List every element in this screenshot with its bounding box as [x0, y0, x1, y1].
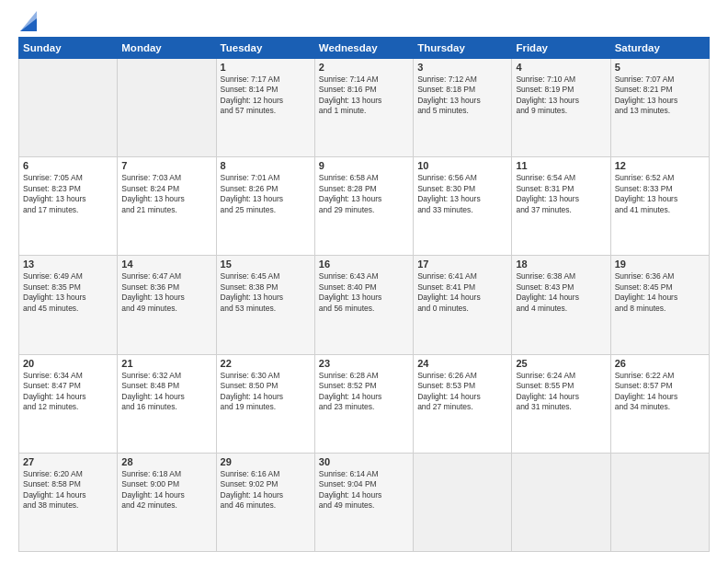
day-info: Sunrise: 6:32 AM Sunset: 8:48 PM Dayligh…: [121, 371, 211, 413]
day-number: 16: [319, 259, 409, 270]
logo-icon: [20, 11, 37, 31]
calendar-cell: 4Sunrise: 7:10 AM Sunset: 8:19 PM Daylig…: [512, 59, 610, 157]
calendar-cell: 7Sunrise: 7:03 AM Sunset: 8:24 PM Daylig…: [118, 157, 216, 256]
day-info: Sunrise: 6:28 AM Sunset: 8:52 PM Dayligh…: [319, 371, 409, 413]
day-number: 15: [221, 259, 311, 270]
logo: [18, 15, 37, 31]
day-number: 30: [319, 456, 409, 467]
calendar-cell: 15Sunrise: 6:45 AM Sunset: 8:38 PM Dayli…: [216, 256, 314, 354]
day-info: Sunrise: 6:49 AM Sunset: 8:35 PM Dayligh…: [23, 271, 113, 314]
day-info: Sunrise: 6:36 AM Sunset: 8:45 PM Dayligh…: [615, 271, 705, 314]
day-number: 11: [516, 160, 606, 171]
day-info: Sunrise: 6:38 AM Sunset: 8:43 PM Dayligh…: [516, 271, 606, 314]
calendar-cell: [512, 453, 610, 551]
calendar-cell: [118, 59, 216, 157]
calendar-week-row: 13Sunrise: 6:49 AM Sunset: 8:35 PM Dayli…: [19, 256, 710, 354]
calendar-cell: 19Sunrise: 6:36 AM Sunset: 8:45 PM Dayli…: [610, 256, 709, 354]
day-number: 14: [121, 259, 211, 270]
calendar-cell: 22Sunrise: 6:30 AM Sunset: 8:50 PM Dayli…: [216, 354, 314, 453]
day-info: Sunrise: 6:47 AM Sunset: 8:36 PM Dayligh…: [121, 271, 211, 314]
day-number: 27: [23, 456, 113, 467]
day-number: 4: [516, 62, 606, 73]
day-info: Sunrise: 7:17 AM Sunset: 8:14 PM Dayligh…: [221, 75, 311, 117]
day-number: 22: [221, 358, 311, 369]
day-number: 18: [516, 259, 606, 270]
day-number: 6: [23, 160, 113, 171]
day-number: 26: [615, 358, 705, 369]
calendar-week-row: 1Sunrise: 7:17 AM Sunset: 8:14 PM Daylig…: [19, 59, 710, 157]
day-info: Sunrise: 6:34 AM Sunset: 8:47 PM Dayligh…: [23, 371, 113, 413]
calendar-cell: 2Sunrise: 7:14 AM Sunset: 8:16 PM Daylig…: [314, 59, 413, 157]
calendar-cell: 17Sunrise: 6:41 AM Sunset: 8:41 PM Dayli…: [414, 256, 512, 354]
day-number: 19: [615, 259, 705, 270]
day-info: Sunrise: 6:30 AM Sunset: 8:50 PM Dayligh…: [221, 371, 311, 413]
day-number: 25: [516, 358, 606, 369]
day-number: 5: [615, 62, 705, 73]
day-info: Sunrise: 6:20 AM Sunset: 8:58 PM Dayligh…: [23, 469, 113, 511]
calendar-cell: 27Sunrise: 6:20 AM Sunset: 8:58 PM Dayli…: [19, 453, 118, 551]
calendar-cell: 18Sunrise: 6:38 AM Sunset: 8:43 PM Dayli…: [512, 256, 610, 354]
day-info: Sunrise: 6:24 AM Sunset: 8:55 PM Dayligh…: [516, 371, 606, 413]
day-number: 3: [417, 62, 507, 73]
calendar-cell: [610, 453, 709, 551]
calendar-cell: 24Sunrise: 6:26 AM Sunset: 8:53 PM Dayli…: [414, 354, 512, 453]
calendar-cell: 23Sunrise: 6:28 AM Sunset: 8:52 PM Dayli…: [314, 354, 413, 453]
weekday-header-tuesday: Tuesday: [216, 38, 314, 59]
day-info: Sunrise: 6:26 AM Sunset: 8:53 PM Dayligh…: [417, 371, 507, 413]
calendar-cell: [19, 59, 118, 157]
day-info: Sunrise: 6:14 AM Sunset: 9:04 PM Dayligh…: [319, 469, 409, 511]
day-number: 1: [221, 62, 311, 73]
day-info: Sunrise: 7:07 AM Sunset: 8:21 PM Dayligh…: [615, 75, 705, 117]
day-number: 21: [121, 358, 211, 369]
day-number: 8: [221, 160, 311, 171]
calendar-cell: 14Sunrise: 6:47 AM Sunset: 8:36 PM Dayli…: [118, 256, 216, 354]
calendar-cell: 25Sunrise: 6:24 AM Sunset: 8:55 PM Dayli…: [512, 354, 610, 453]
day-info: Sunrise: 7:10 AM Sunset: 8:19 PM Dayligh…: [516, 75, 606, 117]
day-number: 17: [417, 259, 507, 270]
calendar-cell: 6Sunrise: 7:05 AM Sunset: 8:23 PM Daylig…: [19, 157, 118, 256]
calendar-cell: 20Sunrise: 6:34 AM Sunset: 8:47 PM Dayli…: [19, 354, 118, 453]
header: [18, 15, 710, 31]
calendar-cell: 11Sunrise: 6:54 AM Sunset: 8:31 PM Dayli…: [512, 157, 610, 256]
weekday-header-sunday: Sunday: [19, 38, 118, 59]
day-number: 23: [319, 358, 409, 369]
weekday-header-friday: Friday: [512, 38, 610, 59]
day-info: Sunrise: 7:12 AM Sunset: 8:18 PM Dayligh…: [417, 75, 507, 117]
weekday-header-wednesday: Wednesday: [314, 38, 413, 59]
calendar-cell: 5Sunrise: 7:07 AM Sunset: 8:21 PM Daylig…: [610, 59, 709, 157]
calendar-cell: 13Sunrise: 6:49 AM Sunset: 8:35 PM Dayli…: [19, 256, 118, 354]
day-info: Sunrise: 7:14 AM Sunset: 8:16 PM Dayligh…: [319, 75, 409, 117]
svg-marker-1: [20, 11, 37, 31]
day-info: Sunrise: 6:41 AM Sunset: 8:41 PM Dayligh…: [417, 271, 507, 314]
day-number: 7: [121, 160, 211, 171]
day-info: Sunrise: 6:52 AM Sunset: 8:33 PM Dayligh…: [615, 173, 705, 215]
day-number: 9: [319, 160, 409, 171]
day-info: Sunrise: 6:54 AM Sunset: 8:31 PM Dayligh…: [516, 173, 606, 215]
calendar-week-row: 6Sunrise: 7:05 AM Sunset: 8:23 PM Daylig…: [19, 157, 710, 256]
day-info: Sunrise: 7:01 AM Sunset: 8:26 PM Dayligh…: [221, 173, 311, 215]
weekday-header-saturday: Saturday: [610, 38, 709, 59]
day-info: Sunrise: 6:18 AM Sunset: 9:00 PM Dayligh…: [121, 469, 211, 511]
calendar-cell: 21Sunrise: 6:32 AM Sunset: 8:48 PM Dayli…: [118, 354, 216, 453]
calendar-cell: 3Sunrise: 7:12 AM Sunset: 8:18 PM Daylig…: [414, 59, 512, 157]
calendar-cell: 28Sunrise: 6:18 AM Sunset: 9:00 PM Dayli…: [118, 453, 216, 551]
day-info: Sunrise: 6:16 AM Sunset: 9:02 PM Dayligh…: [221, 469, 311, 511]
day-number: 29: [221, 456, 311, 467]
weekday-header-thursday: Thursday: [414, 38, 512, 59]
calendar-cell: 30Sunrise: 6:14 AM Sunset: 9:04 PM Dayli…: [314, 453, 413, 551]
day-number: 24: [417, 358, 507, 369]
calendar-cell: 16Sunrise: 6:43 AM Sunset: 8:40 PM Dayli…: [314, 256, 413, 354]
weekday-header-monday: Monday: [118, 38, 216, 59]
day-info: Sunrise: 6:22 AM Sunset: 8:57 PM Dayligh…: [615, 371, 705, 413]
calendar-cell: [414, 453, 512, 551]
day-info: Sunrise: 6:56 AM Sunset: 8:30 PM Dayligh…: [417, 173, 507, 215]
day-info: Sunrise: 6:45 AM Sunset: 8:38 PM Dayligh…: [221, 271, 311, 314]
day-info: Sunrise: 6:58 AM Sunset: 8:28 PM Dayligh…: [319, 173, 409, 215]
calendar-week-row: 27Sunrise: 6:20 AM Sunset: 8:58 PM Dayli…: [19, 453, 710, 551]
day-info: Sunrise: 6:43 AM Sunset: 8:40 PM Dayligh…: [319, 271, 409, 314]
calendar-cell: 26Sunrise: 6:22 AM Sunset: 8:57 PM Dayli…: [610, 354, 709, 453]
day-number: 13: [23, 259, 113, 270]
calendar-cell: 9Sunrise: 6:58 AM Sunset: 8:28 PM Daylig…: [314, 157, 413, 256]
weekday-header-row: SundayMondayTuesdayWednesdayThursdayFrid…: [19, 38, 710, 59]
day-number: 10: [417, 160, 507, 171]
